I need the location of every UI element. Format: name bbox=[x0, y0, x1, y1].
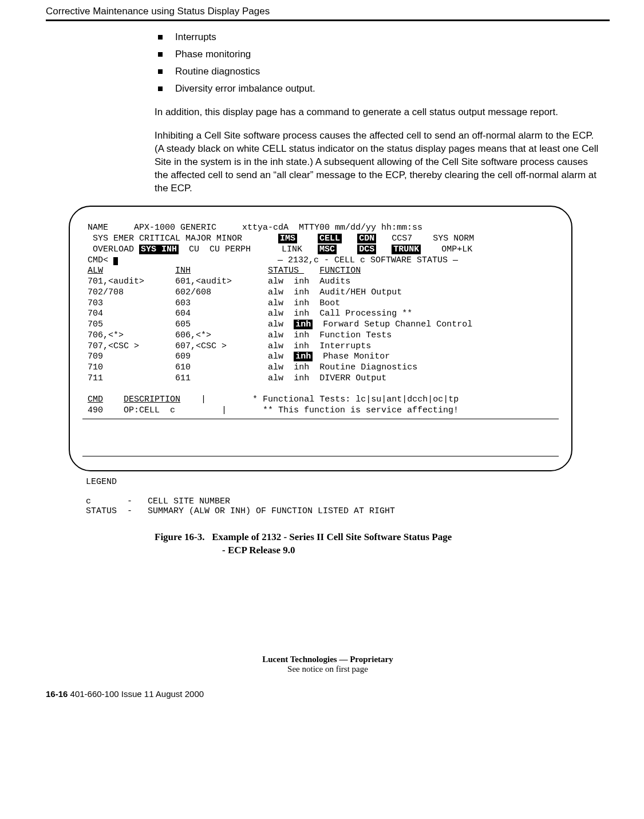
page-header-title: Corrective Maintenance using Status Disp… bbox=[46, 6, 610, 17]
cmd-header: CMD bbox=[88, 395, 103, 404]
cell-alw: 706,<*> bbox=[88, 330, 124, 340]
cell-s1: alw bbox=[268, 341, 283, 351]
cell-s2: inh bbox=[294, 341, 309, 351]
col-alw: ALW bbox=[88, 266, 103, 275]
col-inh: INH bbox=[175, 266, 191, 275]
cell-indicator: CELL bbox=[318, 234, 342, 243]
cell-func: Call Processing ** bbox=[319, 309, 412, 318]
cell-func: Audits bbox=[319, 277, 350, 286]
terminal-line: SYS EMER CRITICAL MAJOR MINOR bbox=[82, 234, 278, 243]
text bbox=[342, 234, 357, 243]
ims-indicator: IMS bbox=[278, 234, 297, 243]
cell-inh: 605 bbox=[175, 320, 191, 329]
note-line: ** This function is service affecting! bbox=[263, 405, 459, 415]
cell-alw: 702/708 bbox=[88, 288, 124, 297]
status-line: — 2132,c - CELL c SOFTWARE STATUS — bbox=[118, 255, 458, 265]
cmd-row: 490 OP:CELL c bbox=[82, 405, 175, 415]
figure-caption: Figure 16-3. Example of 2132 - Series II… bbox=[155, 531, 601, 557]
legend-title: LEGEND bbox=[86, 477, 117, 487]
col-function: FUNCTION bbox=[319, 266, 361, 275]
cell-inh: 606,<*> bbox=[175, 330, 211, 340]
cell-alw: 701,<audit> bbox=[88, 277, 144, 286]
cell-s1: alw bbox=[268, 320, 283, 329]
cell-s1: alw bbox=[268, 288, 283, 297]
cell-inh: 603 bbox=[175, 298, 191, 308]
cell-alw: 711 bbox=[88, 373, 103, 383]
bullet-list: Interrupts Phase monitoring Routine diag… bbox=[155, 32, 610, 94]
legend-block: LEGEND c - CELL SITE NUMBER STATUS - SUM… bbox=[86, 477, 610, 516]
trunk-indicator: TRUNK bbox=[392, 245, 421, 254]
cell-alw: 707,<CSC > bbox=[88, 341, 139, 351]
header-rule bbox=[46, 19, 610, 21]
text: OMP+LK bbox=[421, 245, 472, 254]
figure-text: Example of 2132 - Series II Cell Site So… bbox=[212, 531, 452, 542]
cell-s1: alw bbox=[268, 277, 283, 286]
proprietary-footer: Lucent Technologies — Proprietary See no… bbox=[46, 655, 610, 674]
cell-inh: 610 bbox=[175, 363, 191, 372]
text bbox=[297, 234, 318, 243]
legend-line: STATUS - SUMMARY (ALW OR INH) OF FUNCTIO… bbox=[86, 506, 395, 516]
sysinh-indicator: SYS INH bbox=[139, 245, 179, 254]
cell-s2: inh bbox=[294, 320, 313, 329]
dcs-indicator: DCS bbox=[357, 245, 376, 254]
cell-s2: inh bbox=[294, 363, 309, 372]
cell-inh: 604 bbox=[175, 309, 191, 318]
cell-inh: 609 bbox=[175, 352, 191, 361]
cell-s2: inh bbox=[294, 298, 309, 308]
page-footer-rest: 401-660-100 Issue 11 August 2000 bbox=[68, 689, 204, 699]
terminal-line: NAME APX-1000 GENERIC xttya-cdA MTTY00 m… bbox=[82, 223, 422, 233]
divider bbox=[82, 419, 559, 419]
terminal-screen: NAME APX-1000 GENERIC xttya-cdA MTTY00 m… bbox=[69, 206, 572, 472]
cell-func: Forward Setup Channel Control bbox=[323, 320, 472, 329]
cell-s1: alw bbox=[268, 373, 283, 383]
cell-s2: inh bbox=[294, 309, 309, 318]
cell-func: Interrupts bbox=[319, 341, 371, 351]
cell-inh: 611 bbox=[175, 373, 191, 383]
desc-header: DESCRIPTION bbox=[124, 395, 180, 404]
cell-s1: alw bbox=[268, 363, 283, 372]
cell-s2: inh bbox=[294, 352, 313, 361]
bullet-item: Diversity error imbalance output. bbox=[155, 83, 610, 94]
cmd-prompt: CMD< bbox=[82, 255, 113, 265]
bullet-item: Routine diagnostics bbox=[155, 66, 610, 77]
cell-s2: inh bbox=[294, 330, 309, 340]
figure-label: Figure 16-3. bbox=[155, 531, 205, 542]
cell-s1: alw bbox=[268, 352, 283, 361]
cdn-indicator: CDN bbox=[357, 234, 376, 243]
cell-s1: alw bbox=[268, 298, 283, 308]
divider bbox=[82, 456, 559, 456]
cell-s2: inh bbox=[294, 277, 309, 286]
cell-indicator-text: CELL bbox=[262, 143, 286, 154]
legend-line: c - CELL SITE NUMBER bbox=[86, 497, 230, 506]
cell-inh: 602/608 bbox=[175, 288, 211, 297]
bullet-item: Phase monitoring bbox=[155, 49, 610, 60]
cell-inh: 607,<CSC > bbox=[175, 341, 227, 351]
paragraph: Inhibiting a Cell Site software process … bbox=[155, 129, 601, 195]
paragraph: In addition, this display page has a com… bbox=[155, 106, 601, 119]
text: CU CU PERPH LINK bbox=[179, 245, 318, 254]
cell-alw: 710 bbox=[88, 363, 103, 372]
cell-func: Audit/HEH Output bbox=[319, 288, 402, 297]
cell-func: Routine Diagnostics bbox=[319, 363, 417, 372]
cell-s1: alw bbox=[268, 330, 283, 340]
page-footer: 16-16 401-660-100 Issue 11 August 2000 bbox=[46, 689, 610, 699]
page-number: 16-16 bbox=[46, 689, 68, 699]
note-line: * Functional Tests: lc|su|ant|dcch|oc|tp bbox=[247, 395, 459, 404]
col-status: STATUS bbox=[268, 266, 304, 275]
text bbox=[376, 245, 392, 254]
cell-s2: inh bbox=[294, 288, 309, 297]
cell-alw: 709 bbox=[88, 352, 103, 361]
cell-func: Phase Monitor bbox=[323, 352, 390, 361]
cell-alw: 705 bbox=[88, 320, 103, 329]
terminal-line: OVERLOAD bbox=[82, 245, 139, 254]
cell-func: Function Tests bbox=[319, 330, 392, 340]
figure-text-2: - ECP Release 9.0 bbox=[222, 544, 601, 557]
footer-line-2: See notice on first page bbox=[46, 664, 610, 674]
text bbox=[337, 245, 357, 254]
cell-alw: 704 bbox=[88, 309, 103, 318]
cell-s1: alw bbox=[268, 309, 283, 318]
bullet-item: Interrupts bbox=[155, 32, 610, 43]
cell-s2: inh bbox=[294, 373, 309, 383]
text: CCS7 SYS NORM bbox=[376, 234, 474, 243]
cell-inh: 601,<audit> bbox=[175, 277, 232, 286]
